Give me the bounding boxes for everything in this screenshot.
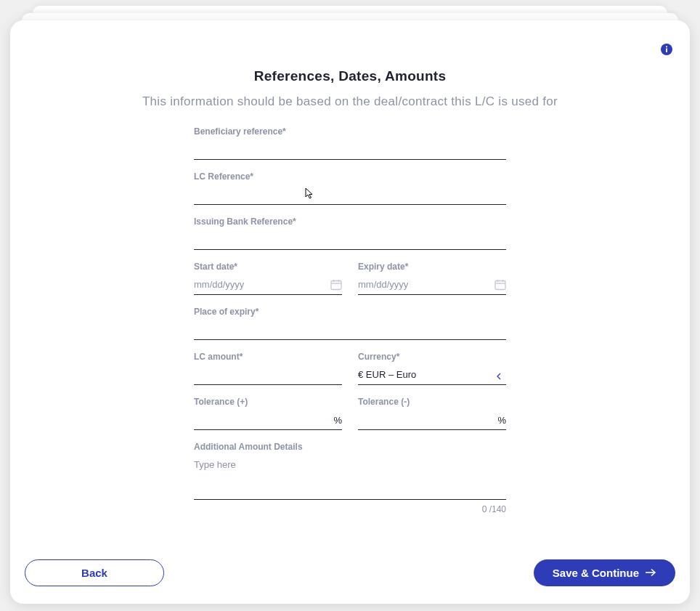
tolerance-minus-input[interactable] [358,410,506,430]
lc-amount-input[interactable] [194,365,342,385]
card-stack-bg-2 [33,6,667,13]
save-continue-button[interactable]: Save & Continue [534,559,675,586]
tolerance-plus-input[interactable] [194,410,342,430]
arrow-right-icon [645,567,656,579]
currency-select[interactable] [358,365,506,385]
currency-label: Currency* [358,352,506,362]
lc-amount-label: LC amount* [194,352,342,362]
percent-suffix: % [333,415,342,426]
char-counter: 0 /140 [194,504,506,514]
expiry-date-input[interactable] [358,275,506,295]
beneficiary-reference-label: Beneficiary reference* [194,126,506,137]
svg-point-2 [666,46,667,47]
additional-details-label: Additional Amount Details [194,442,506,452]
page-subtitle: This information should be based on the … [25,94,675,109]
issuing-bank-reference-input[interactable] [194,230,506,250]
additional-details-textarea[interactable] [194,455,506,500]
save-continue-label: Save & Continue [553,567,639,579]
beneficiary-reference-input[interactable] [194,139,506,160]
start-date-label: Start date* [194,262,342,272]
tolerance-plus-label: Tolerance (+) [194,397,342,407]
tolerance-minus-label: Tolerance (-) [358,397,506,407]
lc-reference-label: LC Reference* [194,171,506,182]
issuing-bank-reference-label: Issuing Bank Reference* [194,217,506,227]
start-date-input[interactable] [194,275,342,295]
page-title: References, Dates, Amounts [25,68,675,84]
place-of-expiry-label: Place of expiry* [194,307,506,317]
lc-reference-input[interactable] [194,185,506,205]
back-button[interactable]: Back [25,559,164,586]
form-card: References, Dates, Amounts This informat… [10,20,690,604]
percent-suffix: % [497,415,506,426]
footer-actions: Back Save & Continue [25,559,675,586]
form-area: Beneficiary reference* LC Reference* Iss… [194,126,506,514]
expiry-date-label: Expiry date* [358,262,506,272]
place-of-expiry-input[interactable] [194,320,506,340]
card-stack-bg-1 [22,13,678,20]
info-icon[interactable] [661,44,672,55]
svg-rect-1 [666,49,667,53]
